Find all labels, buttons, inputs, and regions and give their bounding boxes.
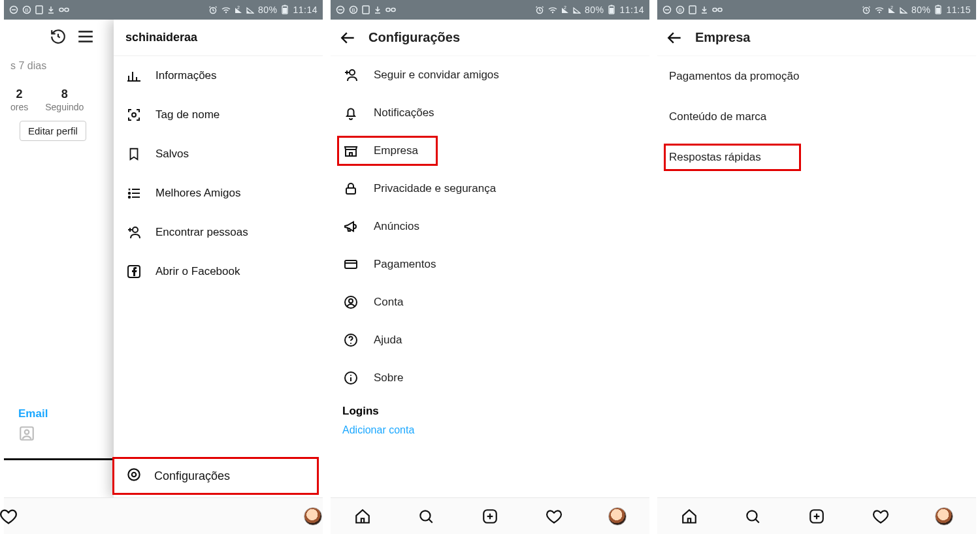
row-branded-content[interactable]: Conteúdo de marca — [657, 97, 976, 137]
bottom-nav — [331, 497, 649, 534]
row-help[interactable]: Ajuda — [331, 321, 649, 359]
nav-search-icon[interactable] — [416, 507, 436, 526]
profile-side-menu: schinaideraa Informações Tag de nome Sal… — [114, 20, 323, 497]
svg-point-38 — [350, 70, 355, 75]
add-person-icon — [342, 67, 359, 83]
menu-item-discover[interactable]: Encontrar pessoas — [114, 213, 323, 252]
svg-point-20 — [129, 196, 130, 198]
svg-point-23 — [128, 469, 139, 480]
logins-section-title: Logins — [331, 397, 649, 420]
nav-profile-icon[interactable] — [303, 507, 323, 526]
menu-username: schinaideraa — [114, 20, 323, 56]
storefront-icon — [342, 143, 359, 159]
stat-followers[interactable]: 2 ores — [10, 87, 28, 113]
svg-point-49 — [421, 510, 431, 520]
tagged-icon[interactable] — [18, 425, 35, 445]
status-clock: 11:15 — [946, 5, 971, 15]
svg-rect-5 — [59, 8, 63, 12]
back-icon[interactable] — [666, 29, 683, 46]
status-battery-text: 80% — [585, 5, 604, 15]
svg-rect-59 — [713, 8, 717, 12]
edit-profile-button[interactable]: Editar perfil — [20, 121, 86, 141]
nav-home-icon[interactable] — [679, 507, 699, 526]
status-b-icon: B — [349, 5, 358, 14]
row-account[interactable]: Conta — [331, 283, 649, 321]
svg-point-18 — [132, 113, 136, 117]
bottom-nav — [657, 497, 976, 534]
status-sim-icon — [362, 5, 370, 14]
row-payments[interactable]: Pagamentos — [331, 245, 649, 283]
status-b-icon: B — [22, 5, 31, 14]
nav-activity-icon[interactable] — [0, 507, 18, 526]
stat-following[interactable]: 8 Seguindo — [45, 87, 84, 113]
bookmark-icon — [125, 146, 142, 162]
status-battery-text: 80% — [258, 5, 278, 15]
status-clock: 11:14 — [619, 5, 644, 15]
row-notifications[interactable]: Notificações — [331, 94, 649, 132]
row-privacy[interactable]: Privacidade e segurança — [331, 170, 649, 208]
status-signal-icon — [900, 6, 907, 14]
menu-item-nametag[interactable]: Tag de nome — [114, 95, 323, 134]
archive-icon[interactable] — [50, 28, 67, 48]
svg-rect-40 — [345, 260, 357, 268]
nav-activity-icon[interactable] — [871, 507, 890, 526]
svg-point-48 — [350, 375, 351, 376]
menu-item-settings[interactable]: Configurações — [114, 454, 323, 497]
bar-chart-icon — [125, 68, 142, 84]
status-signal-2-icon: 2 — [235, 6, 242, 14]
svg-text:2: 2 — [564, 6, 566, 10]
nav-search-icon[interactable] — [743, 507, 762, 526]
svg-rect-36 — [610, 8, 613, 13]
svg-rect-31 — [391, 8, 395, 12]
svg-point-19 — [129, 193, 130, 194]
megaphone-icon — [342, 219, 359, 234]
nav-activity-icon[interactable] — [544, 507, 564, 526]
hamburger-icon[interactable] — [77, 29, 94, 46]
row-quick-replies[interactable]: Respostas rápidas — [657, 137, 976, 178]
facebook-icon — [125, 264, 142, 279]
phone-1-profile-menu: B 2 80% 11:14 s 7 d — [4, 0, 323, 534]
nav-add-icon[interactable] — [480, 507, 500, 526]
row-follow-invite[interactable]: Seguir e convidar amigos — [331, 56, 649, 94]
svg-point-24 — [132, 472, 137, 477]
svg-point-43 — [349, 299, 353, 303]
menu-item-saved[interactable]: Salvos — [114, 134, 323, 174]
status-wifi-icon — [875, 6, 884, 14]
row-ads[interactable]: Anúncios — [331, 208, 649, 245]
status-sim-icon — [689, 5, 696, 14]
menu-item-insights[interactable]: Informações — [114, 56, 323, 95]
help-icon — [342, 332, 359, 348]
nav-add-icon[interactable] — [807, 507, 826, 526]
nav-home-icon[interactable] — [353, 507, 372, 526]
menu-item-facebook[interactable]: Abrir o Facebook — [114, 252, 323, 291]
phone-3-business: B 2 80% 11:15 Empresa Pagamentos da prom… — [657, 0, 976, 534]
status-download-icon — [374, 5, 382, 14]
back-icon[interactable] — [340, 29, 357, 46]
star-list-icon — [125, 185, 142, 201]
svg-text:B: B — [678, 7, 681, 13]
status-download-icon — [47, 5, 55, 14]
status-alarm-icon — [208, 5, 218, 14]
svg-rect-65 — [936, 8, 940, 13]
bottom-nav — [4, 497, 323, 534]
row-promo-payments[interactable]: Pagamentos da promoção — [657, 56, 976, 97]
row-about[interactable]: Sobre — [331, 359, 649, 397]
menu-item-close-friends[interactable]: Melhores Amigos — [114, 174, 323, 213]
add-account-link[interactable]: Adicionar conta — [331, 420, 649, 440]
email-button[interactable]: Email — [18, 407, 48, 420]
status-signal-2-icon: 2 — [561, 6, 569, 14]
svg-point-62 — [879, 12, 880, 13]
nav-profile-icon[interactable] — [934, 507, 954, 526]
status-signal-2-icon: 2 — [888, 6, 896, 14]
svg-point-33 — [552, 12, 553, 13]
svg-rect-37 — [611, 5, 613, 7]
svg-point-8 — [225, 12, 227, 13]
nav-profile-icon[interactable] — [608, 507, 627, 526]
status-link-icon — [59, 7, 69, 13]
row-business[interactable]: Empresa — [331, 132, 649, 170]
status-wifi-icon — [548, 6, 557, 14]
svg-rect-4 — [36, 6, 42, 14]
status-signal-icon — [246, 6, 254, 14]
svg-point-67 — [747, 510, 757, 520]
status-sim-icon — [35, 5, 43, 14]
